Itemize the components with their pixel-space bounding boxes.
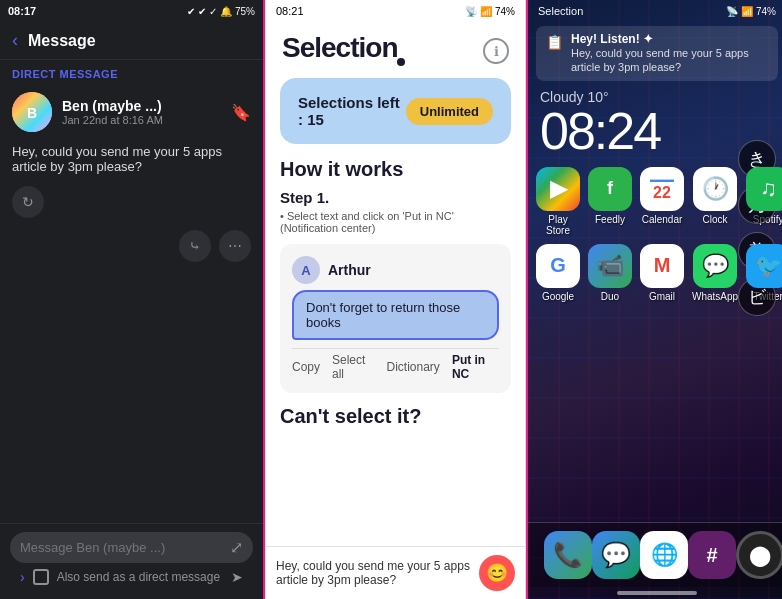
home-bar [617,591,697,595]
info-button[interactable]: ℹ [483,38,509,64]
playstore-icon: ▶ [536,167,580,211]
dock-messages[interactable]: 💬 [592,531,640,579]
middle-status-bar: 08:21 📡 📶 74% [266,0,525,22]
left-check-icons: ✔ ✔ ✓ [187,6,217,17]
clock-icon: 🕐 [693,167,737,211]
gmail-icon: M [640,244,684,288]
home-indicator [528,587,782,599]
messages-icon: 💬 [592,531,640,579]
wifi-icon: 📶 [480,6,492,17]
google-icon: G [536,244,580,288]
right-status-icons: 📡 📶 74% [726,6,776,17]
dock-camera[interactable]: ⬤ [736,531,782,579]
select-all-action[interactable]: Select all [332,353,375,381]
app-icon-gmail[interactable]: M Gmail [640,244,684,302]
step1-desc: • Select text and click on 'Put in NC' (… [280,210,511,234]
cant-select-title: Can't select it? [280,405,511,428]
unlimited-button[interactable]: Unlimited [406,98,493,125]
notif-app-icon: 📋 [546,34,563,50]
app-icon-calendar[interactable]: ▬▬▬ 22 Calendar [640,167,684,236]
chat-avatar: A [292,256,320,284]
left-battery: 75% [235,6,255,17]
dock-phone[interactable]: 📞 [544,531,592,579]
checkbox-label: Also send as a direct message [57,570,220,584]
whatsapp-label: WhatsApp [692,291,738,302]
app-title: Selection [282,34,397,62]
app-icon-feedly[interactable]: f Feedly [588,167,632,236]
put-in-nc-action[interactable]: Put in NC [452,353,499,381]
dock-chrome[interactable]: 🌐 [640,531,688,579]
emoji-icon: 😊 [479,555,515,591]
bottom-message-text: Hey, could you send me your 5 apps artic… [276,559,471,587]
slack-icon: # [688,531,736,579]
playstore-label: Play Store [536,214,580,236]
right-status-bar: Selection 📡 📶 74% [528,0,782,22]
right-signal-icon: 📡 [726,6,738,17]
header-title: Message [28,32,96,50]
right-panel: Selection 📡 📶 74% 📋 Hey! Listen! ✦ Hey, … [528,0,782,599]
calendar-label: Calendar [642,214,683,225]
chat-sender-row: A Arthur [292,256,499,284]
emoji-badge[interactable]: 😊 [479,555,515,591]
left-header: ‹ Message [0,22,263,60]
app-icon-whatsapp[interactable]: 💬 WhatsApp [692,244,738,302]
bottom-input-area: Hey, could you send me your 5 apps artic… [266,546,525,599]
bubble-actions: Copy Select all Dictionary Put in NC [292,348,499,381]
selections-card: Selections left : 15 Unlimited [280,78,511,144]
dm-message-preview: Hey, could you send me your 5 apps artic… [0,140,263,182]
notif-content: Hey! Listen! ✦ Hey, could you send me yo… [571,32,768,75]
middle-status-icons: 📡 📶 74% [465,6,515,17]
dm-actions: ⤷ ⋯ [0,226,263,266]
right-wifi-icon: 📶 [741,6,753,17]
clock-label: Clock [703,214,728,225]
bookmark-icon[interactable]: 🔖 [231,103,251,122]
expand-icon[interactable]: ⤢ [230,538,243,557]
step1-title: Step 1. [280,189,511,206]
left-status-icons: ✔ ✔ ✓ 🔔 75% [187,6,255,17]
left-bell-icon: 🔔 [220,6,232,17]
reply-button[interactable]: ⤷ [179,230,211,262]
camera-icon: ⬤ [736,531,782,579]
app-icon-playstore[interactable]: ▶ Play Store [536,167,580,236]
app-header: Selection ℹ [266,22,525,72]
left-status-bar: 08:17 ✔ ✔ ✓ 🔔 75% [0,0,263,22]
duo-icon: 📹 [588,244,632,288]
right-battery: 74% [756,6,776,17]
message-input[interactable] [20,540,222,555]
copy-action[interactable]: Copy [292,360,320,374]
avatar: B [12,92,52,132]
app-icon-clock[interactable]: 🕐 Clock [692,167,738,236]
middle-panel: 08:21 📡 📶 74% Selection ℹ Selections lef… [265,0,526,599]
dm-name: Ben (maybe ...) [62,98,221,114]
chat-demo: A Arthur Don't forget to return those bo… [280,244,511,393]
notification-card[interactable]: 📋 Hey! Listen! ✦ Hey, could you send me … [536,26,778,81]
chrome-icon: 🌐 [640,531,688,579]
direct-message-label: Direct message [0,60,263,84]
right-content: Selection 📡 📶 74% 📋 Hey! Listen! ✦ Hey, … [528,0,782,599]
google-label: Google [542,291,574,302]
dock-slack[interactable]: # [688,531,736,579]
direct-message-checkbox[interactable] [33,569,49,585]
dictionary-action[interactable]: Dictionary [387,360,440,374]
left-time: 08:17 [8,5,36,17]
twitter-icon: 🐦 [746,244,782,288]
phone-icon: 📞 [544,531,592,579]
nav-arrow-icon[interactable]: › [20,569,25,585]
back-button[interactable]: ‹ [12,30,18,51]
dm-info: Ben (maybe ...) Jan 22nd at 8:16 AM [62,98,221,126]
spotify-icon: ♫ [746,167,782,211]
more-options-button[interactable]: ⋯ [219,230,251,262]
signal-icon: 📡 [465,6,477,17]
dm-item[interactable]: B Ben (maybe ...) Jan 22nd at 8:16 AM 🔖 [0,84,263,140]
app-icon-duo[interactable]: 📹 Duo [588,244,632,302]
message-input-row: ⤢ [10,532,253,563]
app-icon-google[interactable]: G Google [536,244,580,302]
duo-label: Duo [601,291,619,302]
send-button[interactable]: ➤ [231,569,243,585]
message-input-area: ⤢ › Also send as a direct message ➤ [0,523,263,599]
chat-bubble[interactable]: Don't forget to return those books [292,290,499,340]
reaction-button[interactable]: ↻ [12,186,44,218]
dm-date: Jan 22nd at 8:16 AM [62,114,221,126]
left-panel: 08:17 ✔ ✔ ✓ 🔔 75% ‹ Message Direct messa… [0,0,263,599]
reaction-container: ↻ [0,182,263,226]
